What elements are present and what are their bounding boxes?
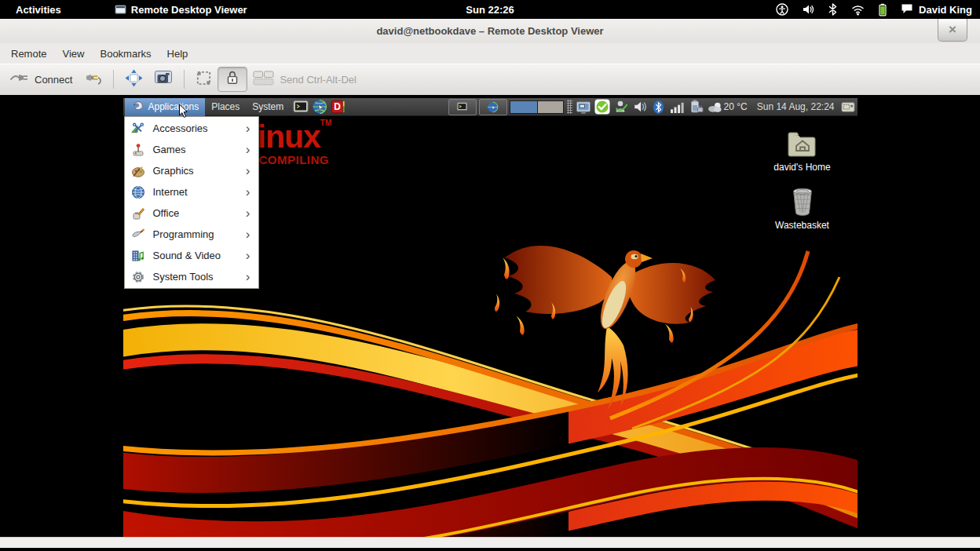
wifi-icon[interactable]: [851, 4, 865, 16]
connect-button[interactable]: Connect: [5, 67, 78, 92]
menu-item-label: Programming: [153, 228, 239, 240]
user-name: David King: [919, 4, 972, 16]
send-ctrl-alt-del-label: Send Ctrl-Alt-Del: [280, 74, 357, 86]
bluetooth-icon[interactable]: [828, 3, 838, 16]
accessibility-icon[interactable]: [776, 3, 788, 16]
disconnect-button[interactable]: [78, 67, 108, 92]
menu-item-sound-video[interactable]: Sound & Video ›: [125, 245, 258, 266]
menu-item-games[interactable]: Games ›: [125, 139, 258, 160]
menu-item-internet[interactable]: Internet ›: [125, 181, 258, 203]
programming-icon: [131, 227, 146, 242]
system-menu-button[interactable]: System: [246, 98, 290, 116]
remote-screen[interactable]: inuxTM COMPILING Applications Places Sys…: [123, 98, 858, 538]
volume-icon[interactable]: [802, 3, 814, 16]
desktop-icon-home[interactable]: david's Home: [765, 130, 840, 173]
signal-strength-icon[interactable]: [670, 99, 686, 115]
keyboard-icon: [253, 70, 274, 89]
d-app-launcher-icon[interactable]: D: [330, 99, 346, 115]
fullscreen-icon: [125, 69, 143, 90]
menu-item-label: Games: [153, 144, 239, 155]
toolbar-separator: [113, 70, 114, 89]
screenshot-button[interactable]: [148, 67, 178, 92]
battery-icon[interactable]: [878, 3, 887, 16]
menu-item-label: Sound & Video: [153, 250, 239, 261]
remote-desktop-viewer-app-icon: [115, 4, 126, 16]
sound-video-icon: [131, 248, 146, 263]
toolbar-separator: [184, 70, 185, 89]
connect-label: Connect: [35, 74, 72, 86]
window-titlebar[interactable]: david@netbookdave – Remote Desktop Viewe…: [0, 19, 980, 43]
remote-desktop-viewer-window: david@netbookdave – Remote Desktop Viewe…: [0, 19, 980, 548]
battery-charging-icon[interactable]: [689, 99, 704, 115]
desktop-icon-label: Wastebasket: [775, 220, 829, 231]
focused-app-menu[interactable]: Remote Desktop Viewer: [115, 4, 247, 16]
terminal-window-button[interactable]: [448, 99, 477, 115]
terminal-launcher-icon[interactable]: [292, 99, 309, 115]
keyboard-grab-toggle[interactable]: [218, 67, 247, 92]
window-statusbar: [0, 537, 980, 548]
user-menu[interactable]: David King: [901, 3, 972, 16]
applications-dropdown-menu: Accessories › Games › Grap: [124, 116, 259, 289]
network-user-icon[interactable]: [613, 99, 629, 115]
submenu-arrow-icon: ›: [246, 143, 252, 156]
send-ctrl-alt-del-button[interactable]: Send Ctrl-Alt-Del: [247, 67, 362, 92]
remote-display-icon[interactable]: [576, 99, 591, 115]
menu-item-office[interactable]: Office ›: [125, 203, 258, 224]
menu-help[interactable]: Help: [159, 45, 196, 63]
window-toolbar: Connect: [0, 64, 980, 96]
places-menu-button[interactable]: Places: [205, 98, 246, 116]
screenshot-applet-icon[interactable]: [840, 99, 856, 115]
topbar-clock[interactable]: Sun 22:26: [466, 0, 514, 19]
menu-item-programming[interactable]: Programming ›: [125, 224, 258, 245]
applications-menu-button[interactable]: Applications: [125, 98, 206, 116]
panel-handle[interactable]: [567, 100, 572, 114]
disconnect-plug-icon: [83, 69, 102, 89]
focused-app-title: Remote Desktop Viewer: [131, 4, 247, 16]
applications-menu-label: Applications: [148, 101, 199, 112]
weather-icon[interactable]: [708, 99, 723, 115]
temperature-readout[interactable]: 20 °C: [724, 101, 748, 112]
desktop-icon-wastebasket[interactable]: Wastebasket: [765, 187, 840, 231]
menu-remote[interactable]: Remote: [3, 45, 55, 63]
accessories-icon: [131, 121, 146, 136]
scaling-toggle[interactable]: [190, 67, 218, 92]
distro-logo-icon: [131, 99, 144, 115]
volume-icon[interactable]: [632, 99, 648, 115]
workspace-1[interactable]: [510, 100, 538, 114]
browser-window-button[interactable]: [479, 99, 507, 115]
wallpaper-brand-text: inuxTM: [258, 119, 332, 152]
menu-item-system-tools[interactable]: System Tools ›: [125, 266, 258, 287]
desktop-icon-label: david's Home: [773, 162, 830, 173]
submenu-arrow-icon: ›: [246, 249, 252, 262]
close-button[interactable]: ×: [938, 19, 967, 42]
updates-ok-icon[interactable]: [594, 99, 610, 115]
system-tray: [576, 99, 723, 115]
menu-bookmarks[interactable]: Bookmarks: [92, 45, 159, 63]
system-tools-icon: [131, 269, 146, 284]
submenu-arrow-icon: ›: [246, 122, 252, 135]
panel-clock[interactable]: Sun 14 Aug, 22:24: [757, 101, 835, 112]
activities-button[interactable]: Activities: [8, 0, 69, 19]
web-browser-launcher-icon[interactable]: [311, 99, 327, 115]
submenu-arrow-icon: ›: [246, 164, 252, 177]
submenu-arrow-icon: ›: [246, 206, 252, 220]
menu-item-accessories[interactable]: Accessories ›: [125, 118, 258, 139]
home-folder-icon: [765, 130, 840, 159]
menu-item-label: Graphics: [153, 165, 239, 177]
submenu-arrow-icon: ›: [246, 228, 252, 241]
menu-item-label: System Tools: [153, 271, 239, 283]
internet-icon: [131, 184, 146, 199]
fullscreen-button[interactable]: [119, 67, 148, 92]
connect-plug-icon: [10, 69, 29, 89]
menu-view[interactable]: View: [55, 45, 93, 63]
chat-icon: [901, 3, 913, 16]
bluetooth-icon[interactable]: [651, 99, 667, 115]
menu-item-label: Internet: [153, 186, 239, 198]
submenu-arrow-icon: ›: [246, 270, 252, 283]
menu-item-graphics[interactable]: Graphics ›: [125, 160, 258, 181]
workspace-2[interactable]: [538, 100, 564, 114]
screen: Activities Remote Desktop Viewer Sun 22:…: [0, 0, 980, 551]
scaling-icon: [196, 70, 212, 89]
lock-icon: [224, 69, 241, 89]
submenu-arrow-icon: ›: [246, 185, 252, 199]
